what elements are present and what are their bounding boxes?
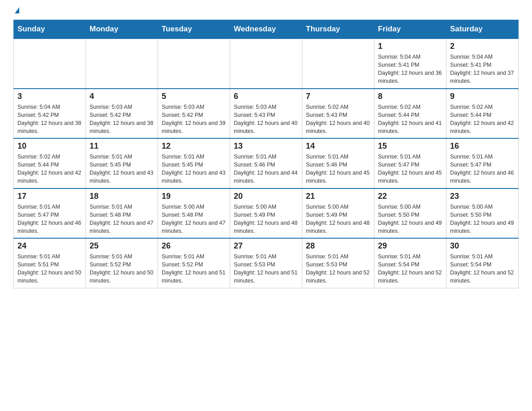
day-info: Sunrise: 5:01 AMSunset: 5:53 PMDaylight:… <box>234 253 298 285</box>
calendar-cell: 8Sunrise: 5:02 AMSunset: 5:44 PMDaylight… <box>374 89 446 139</box>
calendar-cell: 7Sunrise: 5:02 AMSunset: 5:43 PMDaylight… <box>302 89 374 139</box>
calendar-cell: 25Sunrise: 5:01 AMSunset: 5:52 PMDayligh… <box>86 238 158 288</box>
calendar-cell: 6Sunrise: 5:03 AMSunset: 5:43 PMDaylight… <box>230 89 302 139</box>
day-number: 13 <box>234 141 298 151</box>
calendar-cell <box>230 39 302 89</box>
day-info: Sunrise: 5:00 AMSunset: 5:49 PMDaylight:… <box>234 203 298 235</box>
calendar-header-sunday: Sunday <box>14 20 86 39</box>
calendar-cell: 26Sunrise: 5:01 AMSunset: 5:52 PMDayligh… <box>158 238 230 288</box>
day-info: Sunrise: 5:01 AMSunset: 5:47 PMDaylight:… <box>378 153 442 185</box>
day-number: 7 <box>306 92 370 101</box>
day-info: Sunrise: 5:03 AMSunset: 5:43 PMDaylight:… <box>234 103 298 136</box>
calendar-cell: 16Sunrise: 5:01 AMSunset: 5:47 PMDayligh… <box>446 138 519 188</box>
calendar-cell: 29Sunrise: 5:01 AMSunset: 5:54 PMDayligh… <box>374 238 446 288</box>
day-number: 15 <box>378 141 442 151</box>
day-number: 30 <box>450 241 515 251</box>
day-number: 27 <box>234 241 298 251</box>
day-number: 11 <box>90 141 154 151</box>
day-info: Sunrise: 5:01 AMSunset: 5:54 PMDaylight:… <box>450 253 515 285</box>
calendar-cell <box>302 39 374 89</box>
calendar-cell: 3Sunrise: 5:04 AMSunset: 5:42 PMDaylight… <box>14 89 86 139</box>
calendar-cell: 22Sunrise: 5:00 AMSunset: 5:50 PMDayligh… <box>374 188 446 239</box>
day-number: 17 <box>17 192 82 201</box>
calendar-cell: 17Sunrise: 5:01 AMSunset: 5:47 PMDayligh… <box>14 188 86 239</box>
day-number: 3 <box>17 92 82 101</box>
calendar-cell <box>86 39 158 89</box>
logo-triangle-icon <box>15 7 19 13</box>
calendar-cell: 21Sunrise: 5:00 AMSunset: 5:49 PMDayligh… <box>302 188 374 239</box>
calendar-header-friday: Friday <box>374 20 446 39</box>
day-number: 6 <box>234 92 298 101</box>
calendar-cell: 18Sunrise: 5:01 AMSunset: 5:48 PMDayligh… <box>86 188 158 239</box>
calendar-cell: 30Sunrise: 5:01 AMSunset: 5:54 PMDayligh… <box>446 238 519 288</box>
day-info: Sunrise: 5:04 AMSunset: 5:41 PMDaylight:… <box>378 53 442 86</box>
calendar-cell: 13Sunrise: 5:01 AMSunset: 5:46 PMDayligh… <box>230 138 302 188</box>
calendar-cell: 14Sunrise: 5:01 AMSunset: 5:46 PMDayligh… <box>302 138 374 188</box>
calendar-cell: 24Sunrise: 5:01 AMSunset: 5:51 PMDayligh… <box>14 238 86 288</box>
day-number: 22 <box>378 192 442 201</box>
week-row-1: 1Sunrise: 5:04 AMSunset: 5:41 PMDaylight… <box>14 39 519 89</box>
week-row-2: 3Sunrise: 5:04 AMSunset: 5:42 PMDaylight… <box>14 89 519 139</box>
page-header <box>13 9 519 15</box>
day-number: 2 <box>450 42 515 51</box>
calendar-header-saturday: Saturday <box>446 20 519 39</box>
calendar-header-wednesday: Wednesday <box>230 20 302 39</box>
day-number: 10 <box>17 141 82 151</box>
calendar-cell: 28Sunrise: 5:01 AMSunset: 5:53 PMDayligh… <box>302 238 374 288</box>
day-info: Sunrise: 5:01 AMSunset: 5:54 PMDaylight:… <box>378 253 442 285</box>
day-number: 26 <box>162 241 226 251</box>
day-info: Sunrise: 5:02 AMSunset: 5:44 PMDaylight:… <box>378 103 442 136</box>
day-info: Sunrise: 5:04 AMSunset: 5:41 PMDaylight:… <box>450 53 515 86</box>
calendar-cell: 1Sunrise: 5:04 AMSunset: 5:41 PMDaylight… <box>374 39 446 89</box>
calendar-header-row: SundayMondayTuesdayWednesdayThursdayFrid… <box>14 20 519 39</box>
calendar-cell: 19Sunrise: 5:00 AMSunset: 5:48 PMDayligh… <box>158 188 230 239</box>
day-number: 23 <box>450 192 515 201</box>
day-info: Sunrise: 5:01 AMSunset: 5:52 PMDaylight:… <box>90 253 154 285</box>
week-row-5: 24Sunrise: 5:01 AMSunset: 5:51 PMDayligh… <box>14 238 519 288</box>
calendar-cell: 11Sunrise: 5:01 AMSunset: 5:45 PMDayligh… <box>86 138 158 188</box>
calendar-cell: 10Sunrise: 5:02 AMSunset: 5:44 PMDayligh… <box>14 138 86 188</box>
calendar-cell: 9Sunrise: 5:02 AMSunset: 5:44 PMDaylight… <box>446 89 519 139</box>
day-number: 8 <box>378 92 442 101</box>
day-info: Sunrise: 5:00 AMSunset: 5:50 PMDaylight:… <box>378 203 442 235</box>
day-info: Sunrise: 5:01 AMSunset: 5:48 PMDaylight:… <box>90 203 154 235</box>
week-row-3: 10Sunrise: 5:02 AMSunset: 5:44 PMDayligh… <box>14 138 519 188</box>
day-number: 25 <box>90 241 154 251</box>
calendar-cell: 4Sunrise: 5:03 AMSunset: 5:42 PMDaylight… <box>86 89 158 139</box>
day-info: Sunrise: 5:01 AMSunset: 5:46 PMDaylight:… <box>306 153 370 185</box>
day-info: Sunrise: 5:03 AMSunset: 5:42 PMDaylight:… <box>90 103 154 136</box>
day-number: 29 <box>378 241 442 251</box>
day-info: Sunrise: 5:01 AMSunset: 5:52 PMDaylight:… <box>162 253 226 285</box>
day-info: Sunrise: 5:02 AMSunset: 5:43 PMDaylight:… <box>306 103 370 136</box>
day-number: 9 <box>450 92 515 101</box>
day-info: Sunrise: 5:01 AMSunset: 5:47 PMDaylight:… <box>17 203 82 235</box>
week-row-4: 17Sunrise: 5:01 AMSunset: 5:47 PMDayligh… <box>14 188 519 239</box>
day-number: 4 <box>90 92 154 101</box>
day-number: 21 <box>306 192 370 201</box>
calendar-cell <box>14 39 86 89</box>
day-number: 16 <box>450 141 515 151</box>
day-info: Sunrise: 5:01 AMSunset: 5:45 PMDaylight:… <box>90 153 154 185</box>
calendar-cell: 27Sunrise: 5:01 AMSunset: 5:53 PMDayligh… <box>230 238 302 288</box>
calendar-cell: 2Sunrise: 5:04 AMSunset: 5:41 PMDaylight… <box>446 39 519 89</box>
day-number: 28 <box>306 241 370 251</box>
day-info: Sunrise: 5:00 AMSunset: 5:49 PMDaylight:… <box>306 203 370 235</box>
day-info: Sunrise: 5:03 AMSunset: 5:42 PMDaylight:… <box>162 103 226 136</box>
day-info: Sunrise: 5:02 AMSunset: 5:44 PMDaylight:… <box>17 153 82 185</box>
day-info: Sunrise: 5:01 AMSunset: 5:45 PMDaylight:… <box>162 153 226 185</box>
day-number: 1 <box>378 42 442 51</box>
day-info: Sunrise: 5:02 AMSunset: 5:44 PMDaylight:… <box>450 103 515 136</box>
logo <box>13 9 19 15</box>
day-number: 14 <box>306 141 370 151</box>
day-info: Sunrise: 5:04 AMSunset: 5:42 PMDaylight:… <box>17 103 82 136</box>
calendar-cell: 12Sunrise: 5:01 AMSunset: 5:45 PMDayligh… <box>158 138 230 188</box>
calendar-cell: 5Sunrise: 5:03 AMSunset: 5:42 PMDaylight… <box>158 89 230 139</box>
calendar-cell: 23Sunrise: 5:00 AMSunset: 5:50 PMDayligh… <box>446 188 519 239</box>
calendar-header-monday: Monday <box>86 20 158 39</box>
day-number: 20 <box>234 192 298 201</box>
calendar-header-tuesday: Tuesday <box>158 20 230 39</box>
calendar-cell: 20Sunrise: 5:00 AMSunset: 5:49 PMDayligh… <box>230 188 302 239</box>
day-info: Sunrise: 5:01 AMSunset: 5:51 PMDaylight:… <box>17 253 82 285</box>
day-number: 12 <box>162 141 226 151</box>
day-number: 5 <box>162 92 226 101</box>
